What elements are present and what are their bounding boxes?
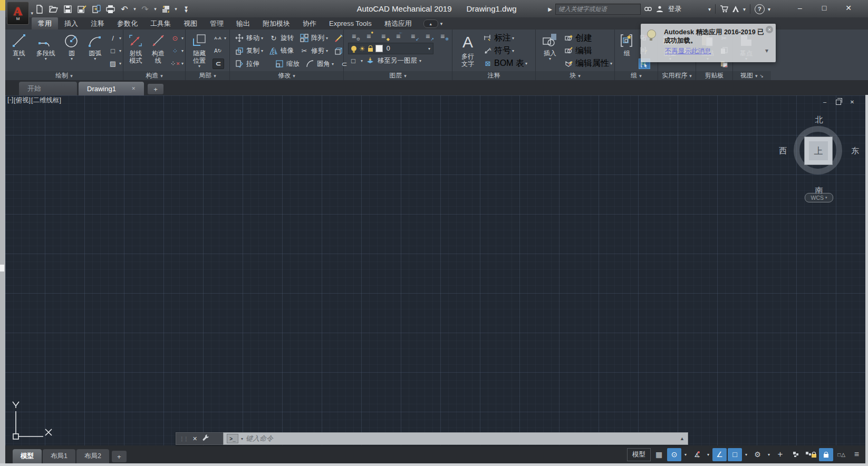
layout-switch-caret[interactable] xyxy=(173,6,178,12)
bom-button[interactable]: BOM 表 xyxy=(483,58,534,70)
layer-make-current-icon[interactable]: ↙ xyxy=(407,32,419,41)
ray-mode-button[interactable]: 射线 模式 xyxy=(125,31,146,71)
close-button[interactable] xyxy=(836,4,861,12)
polar-tracking-toggle[interactable] xyxy=(690,448,704,461)
crosshair-toggle[interactable] xyxy=(773,448,787,461)
drawing-close-icon[interactable] xyxy=(848,98,856,105)
viewcube-east[interactable]: 东 xyxy=(851,146,859,156)
wcs-menu-button[interactable]: WCS xyxy=(805,193,833,202)
polar-caret[interactable] xyxy=(705,448,711,461)
ribbon-tab-addins[interactable]: 附加模块 xyxy=(256,17,296,30)
help-caret-icon[interactable] xyxy=(768,6,770,12)
search-icon[interactable] xyxy=(644,5,652,13)
layer-isolate-icon[interactable] xyxy=(348,56,359,65)
ribbon-overflow-caret-icon[interactable] xyxy=(765,47,768,54)
fillet-button[interactable]: 圆角 xyxy=(305,57,334,70)
command-bar-grip[interactable] xyxy=(176,432,223,445)
command-close-icon[interactable] xyxy=(192,435,197,442)
layer-on-bulb-icon[interactable] xyxy=(351,46,356,51)
ribbon-tab-collaborate[interactable]: 协作 xyxy=(296,17,323,30)
autoscale-toggle[interactable] xyxy=(804,448,818,461)
file-tab-close-icon[interactable] xyxy=(131,86,136,91)
scale-button[interactable]: 缩放 xyxy=(274,57,300,70)
circle-button[interactable]: 圆 xyxy=(61,31,82,71)
panel-label-view[interactable]: 视图 xyxy=(733,71,771,80)
copy-button[interactable]: 复制 xyxy=(234,45,263,57)
rectangle-tool[interactable] xyxy=(108,45,121,56)
move-to-layer-button[interactable]: 移至另一图层 xyxy=(378,54,417,67)
erase-button[interactable] xyxy=(333,32,344,44)
new-drawing-tab-button[interactable] xyxy=(148,84,163,94)
layer-dropdown[interactable]: 0 xyxy=(348,43,433,54)
ribbon-tab-featured-apps[interactable]: 精选应用 xyxy=(378,17,418,30)
block-edit-button[interactable]: 编辑 xyxy=(564,45,613,56)
array-button[interactable]: 阵列 xyxy=(299,32,328,44)
layout-switch-button[interactable] xyxy=(159,3,172,15)
ribbon-tab-manage[interactable]: 管理 xyxy=(204,17,230,30)
new-file-button[interactable] xyxy=(33,3,45,15)
file-tab-start[interactable]: 开始 xyxy=(19,82,77,95)
block-create-button[interactable]: 创建 xyxy=(564,32,613,44)
line-segment-tool[interactable] xyxy=(108,32,121,44)
plot-button[interactable] xyxy=(104,3,117,15)
layer-color-swatch[interactable] xyxy=(375,45,383,52)
redo-dropdown-caret[interactable] xyxy=(153,6,158,12)
user-icon[interactable] xyxy=(655,5,664,13)
command-input[interactable]: >_ 键入命令 xyxy=(223,432,688,445)
layer-change-icon[interactable]: ◆ xyxy=(378,32,389,41)
selection-cycling-toggle[interactable] xyxy=(728,448,742,461)
hide-position-button[interactable]: 隐藏 位置 xyxy=(187,31,211,71)
viewcube-west[interactable]: 西 xyxy=(779,146,787,156)
undo-dropdown-caret[interactable] xyxy=(132,6,137,12)
viewcube-top-face[interactable]: 上 xyxy=(804,137,833,165)
maximize-button[interactable] xyxy=(812,4,836,12)
ribbon-display-toggle[interactable] xyxy=(423,20,443,28)
viewport-view-name[interactable]: [俯视] xyxy=(14,96,31,105)
layer-freeze-icon[interactable]: ✲ xyxy=(437,32,448,41)
symbol-button[interactable]: A 符号 xyxy=(483,45,534,56)
arc-button[interactable]: 圆弧 xyxy=(84,31,107,71)
insert-block-button[interactable]: 插入 xyxy=(537,31,563,71)
signin-caret-icon[interactable] xyxy=(708,6,711,12)
ribbon-tab-output[interactable]: 输出 xyxy=(230,17,256,30)
selection-caret[interactable] xyxy=(743,448,749,461)
polyline-button[interactable]: 多段线 xyxy=(32,31,60,71)
viewcube[interactable]: 北 西 上 东 南 xyxy=(789,115,848,199)
workspace-gear-icon[interactable] xyxy=(750,448,765,461)
workspace-caret[interactable] xyxy=(766,448,772,461)
rotate-button[interactable]: 旋转 xyxy=(268,32,294,44)
panel-label-layers[interactable]: 图层 xyxy=(344,71,452,80)
save-button[interactable] xyxy=(61,3,74,15)
ribbon-tab-annotate[interactable]: 注释 xyxy=(84,17,111,30)
ribbon-tab-view[interactable]: 视图 xyxy=(177,17,204,30)
ui-lock-toggle[interactable] xyxy=(819,448,833,461)
command-prompt-icon[interactable]: >_ xyxy=(227,434,238,443)
ribbon-tab-express-tools[interactable]: Express Tools xyxy=(323,17,378,30)
panel-label-clipboard[interactable]: 剪贴板 xyxy=(696,71,732,80)
panel-label-block[interactable]: 块 xyxy=(536,71,614,80)
panel-label-utilities[interactable]: 实用程序 xyxy=(658,71,696,80)
mtext-button[interactable]: A 多行 文字 xyxy=(454,31,481,71)
grid-display-toggle[interactable] xyxy=(652,448,666,461)
save-as-button[interactable] xyxy=(75,3,88,15)
command-prompt-caret-icon[interactable] xyxy=(241,436,243,441)
ribbon-tab-insert[interactable]: 插入 xyxy=(58,17,84,30)
ribbon-tab-home[interactable]: 常用 xyxy=(32,17,58,30)
layer-properties-icon[interactable] xyxy=(348,32,360,41)
hatch-tool[interactable] xyxy=(108,58,121,70)
stretch-button[interactable]: 拉伸 xyxy=(234,57,259,70)
drawing-canvas[interactable] xyxy=(5,95,868,466)
application-menu-button[interactable]: A M xyxy=(7,2,29,25)
panel-label-construction[interactable]: 构造 xyxy=(123,71,185,80)
new-layout-button[interactable] xyxy=(112,451,127,462)
line-button[interactable]: 直线 xyxy=(7,31,31,71)
section-aa-tool[interactable]: A-A xyxy=(213,32,226,44)
panel-label-draw[interactable]: 绘制 xyxy=(5,71,123,80)
help-icon[interactable] xyxy=(755,4,765,14)
dimension-button[interactable]: 标注 xyxy=(483,32,534,44)
group-button[interactable]: 组 xyxy=(616,31,638,71)
notification-close-icon[interactable] xyxy=(766,26,773,33)
redo-button[interactable] xyxy=(139,3,151,15)
panel-label-partial[interactable]: 局部 xyxy=(186,71,229,80)
drawing-restore-icon[interactable] xyxy=(834,98,843,105)
